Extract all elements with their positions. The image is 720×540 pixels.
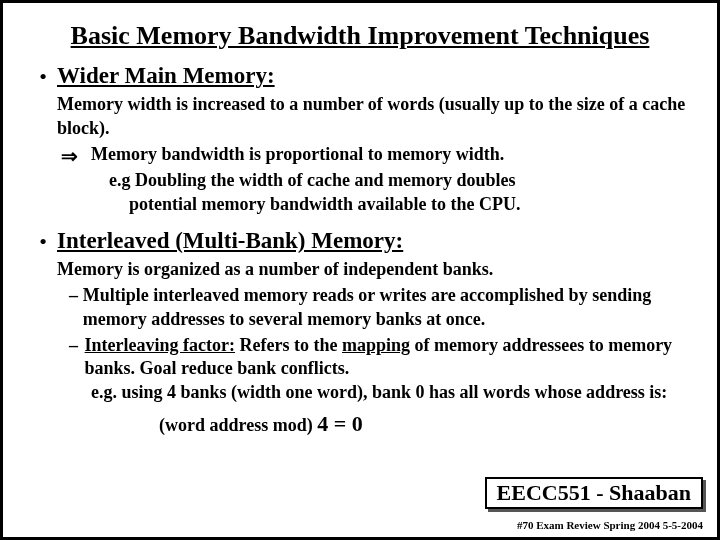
b2-d1-text: Multiple interleaved memory reads or wri… (83, 284, 691, 332)
implies-icon: ⇒ (61, 143, 91, 169)
bullet-1-body: Memory width is increased to a number of… (57, 93, 691, 216)
b1-arrow-text: Memory bandwidth is proportional to memo… (91, 143, 504, 169)
bullet-2-body: Memory is organized as a number of indep… (57, 258, 691, 405)
dash-icon: – (69, 284, 83, 332)
b2-example: e.g. using 4 banks (width one word), ban… (91, 381, 691, 405)
footer-meta: #70 Exam Review Spring 2004 5-5-2004 (517, 519, 703, 531)
b1-example-line2: potential memory bandwidth available to … (129, 193, 691, 217)
bullet-1: • Wider Main Memory: (29, 63, 691, 91)
b1-implication: ⇒ Memory bandwidth is proportional to me… (57, 143, 691, 169)
dash-icon: – (69, 334, 85, 382)
bullet-2: • Interleaved (Multi-Bank) Memory: (29, 228, 691, 256)
bullet-2-heading: Interleaved (Multi-Bank) Memory: (57, 228, 403, 256)
b2-d2-part1: Refers to the (235, 335, 342, 355)
b1-paragraph: Memory width is increased to a number of… (57, 93, 691, 141)
eq-value: 4 = 0 (317, 411, 363, 436)
b2-paragraph: Memory is organized as a number of indep… (57, 258, 691, 282)
bullet-dot: • (29, 228, 57, 256)
slide: Basic Memory Bandwidth Improvement Techn… (0, 0, 720, 540)
slide-title: Basic Memory Bandwidth Improvement Techn… (29, 21, 691, 51)
b2-d2-label: Interleaving factor: (85, 335, 235, 355)
b1-example-line1: e.g Doubling the width of cache and memo… (109, 169, 691, 193)
eq-prefix: (word address mod) (159, 415, 317, 435)
b2-d2-mapping: mapping (342, 335, 410, 355)
b2-d2-text: Interleaving factor: Refers to the mappi… (85, 334, 691, 382)
bullet-1-heading: Wider Main Memory: (57, 63, 275, 91)
b2-dash-1: – Multiple interleaved memory reads or w… (69, 284, 691, 332)
bullet-dot: • (29, 63, 57, 91)
footer-box: EECC551 - Shaaban (485, 477, 703, 509)
b2-dash-2: – Interleaving factor: Refers to the map… (69, 334, 691, 382)
equation: (word address mod) 4 = 0 (159, 411, 691, 437)
